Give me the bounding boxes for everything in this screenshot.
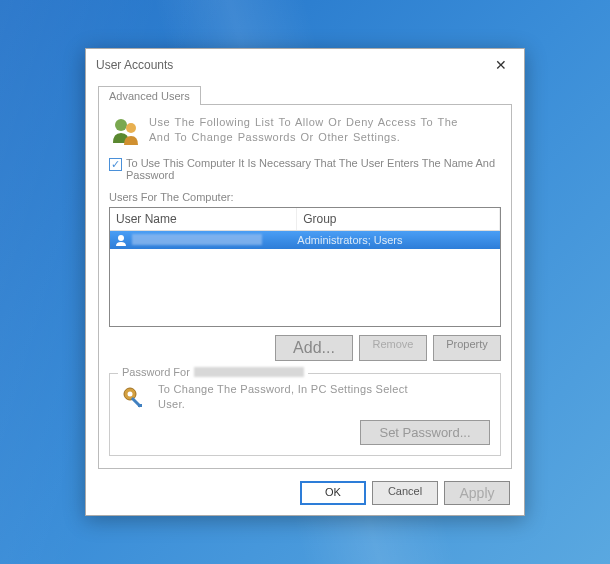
cancel-button[interactable]: Cancel	[372, 481, 438, 505]
checkbox-icon[interactable]: ✓	[109, 158, 122, 171]
svg-rect-6	[138, 404, 142, 407]
dialog-button-row: OK Cancel Apply	[98, 481, 512, 505]
password-legend-text: Password For	[122, 366, 190, 378]
password-text: To Change The Password, In PC Settings S…	[158, 382, 408, 413]
svg-point-2	[118, 235, 124, 241]
intro-row: Use The Following List To Allow Or Deny …	[109, 115, 501, 147]
users-for-computer-label: Users For The Computer:	[109, 191, 501, 203]
users-icon	[109, 115, 141, 147]
tab-advanced-users[interactable]: Advanced Users	[98, 86, 201, 105]
property-button[interactable]: Property	[433, 335, 501, 361]
key-icon	[120, 384, 148, 412]
dialog-title: User Accounts	[96, 58, 173, 72]
column-group[interactable]: Group	[297, 208, 500, 230]
tab-strip: Advanced Users	[98, 85, 512, 105]
column-username[interactable]: User Name	[110, 208, 297, 230]
intro-line2: And To Change Passwords Or Other Setting…	[149, 130, 458, 145]
require-password-checkbox-row[interactable]: ✓ To Use This Computer It Is Necessary T…	[109, 157, 501, 181]
svg-point-1	[126, 123, 136, 133]
password-line2: User.	[158, 397, 408, 412]
username-redacted	[132, 234, 262, 245]
table-row[interactable]: Administrators; Users	[110, 231, 500, 249]
cell-group: Administrators; Users	[297, 234, 496, 246]
users-button-row: Add... Remove Property	[109, 335, 501, 361]
ok-button[interactable]: OK	[300, 481, 366, 505]
titlebar: User Accounts ✕	[86, 49, 524, 81]
cell-username	[114, 233, 297, 247]
dialog-content: Advanced Users Use The Following List To…	[86, 81, 524, 516]
users-table[interactable]: User Name Group Administrators; Users	[109, 207, 501, 327]
user-accounts-dialog: User Accounts ✕ Advanced Users Use The F…	[85, 48, 525, 517]
svg-point-4	[128, 391, 133, 396]
remove-button[interactable]: Remove	[359, 335, 427, 361]
password-row: To Change The Password, In PC Settings S…	[120, 382, 490, 413]
svg-point-0	[115, 119, 127, 131]
password-legend: Password For	[118, 366, 308, 378]
checkbox-label: To Use This Computer It Is Necessary Tha…	[126, 157, 501, 181]
close-button[interactable]: ✕	[486, 55, 516, 75]
intro-line1: Use The Following List To Allow Or Deny …	[149, 115, 458, 130]
table-header: User Name Group	[110, 208, 500, 231]
password-fieldset: Password For To Change The Password, In …	[109, 373, 501, 457]
password-legend-redacted	[194, 367, 304, 377]
password-line1: To Change The Password, In PC Settings S…	[158, 382, 408, 397]
tab-panel: Use The Following List To Allow Or Deny …	[98, 105, 512, 470]
user-row-icon	[114, 233, 128, 247]
close-icon: ✕	[495, 57, 507, 73]
add-button[interactable]: Add...	[275, 335, 353, 361]
set-password-button[interactable]: Set Password...	[360, 420, 490, 445]
intro-text: Use The Following List To Allow Or Deny …	[149, 115, 458, 147]
apply-button[interactable]: Apply	[444, 481, 510, 505]
set-password-row: Set Password...	[120, 420, 490, 445]
